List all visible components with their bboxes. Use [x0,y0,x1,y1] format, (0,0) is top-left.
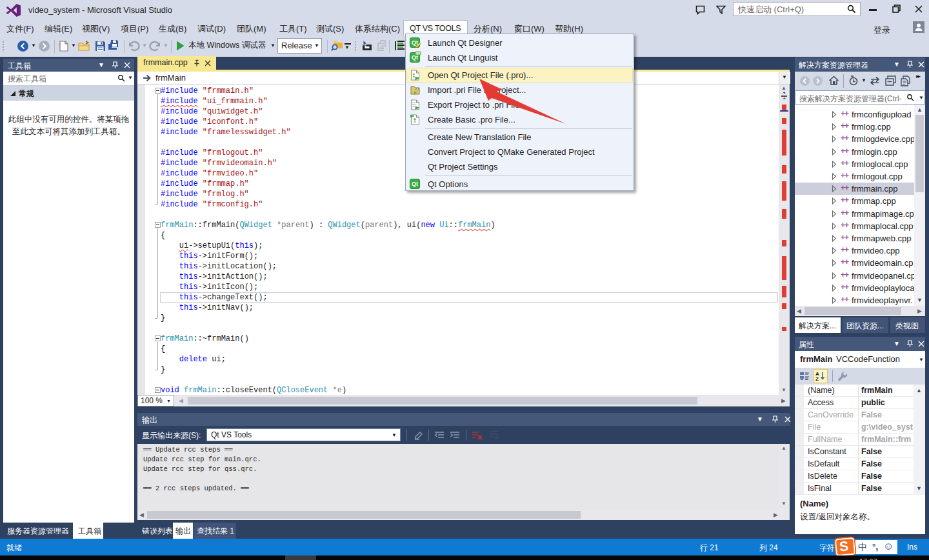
svg-text:Z: Z [815,376,819,381]
